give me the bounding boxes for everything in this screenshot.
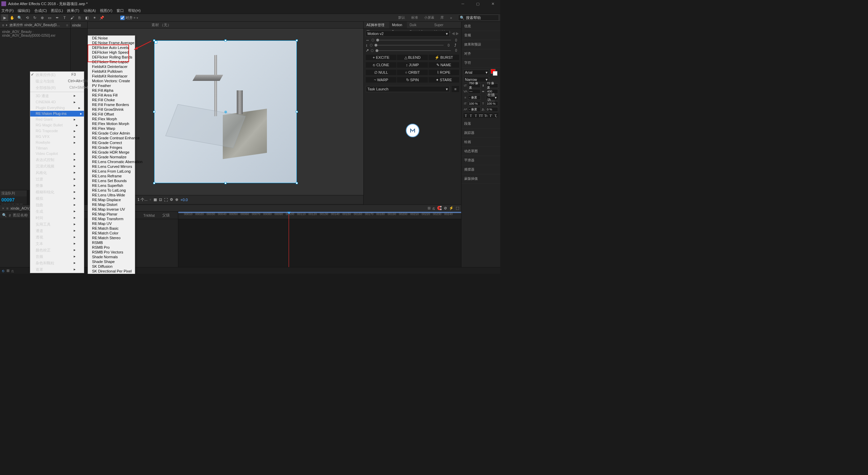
motion-blend-button[interactable]: △BLEND: [397, 55, 428, 60]
plugin-menu-item[interactable]: DEFlicker Auto Levels: [88, 45, 135, 50]
menu-item[interactable]: 音频▸: [30, 253, 84, 260]
plugin-menu-item[interactable]: RE:Map Transform: [88, 216, 135, 221]
anchor-tool-icon[interactable]: ⊕: [39, 14, 46, 21]
orbit-tool-icon[interactable]: ⟲: [24, 14, 31, 21]
plugin-menu-item[interactable]: FieldsKit Reinterlacer: [88, 74, 135, 78]
anchor-point-icon[interactable]: ⊕: [224, 110, 227, 114]
plugin-menu-item[interactable]: DE:Noise Frame Average: [88, 40, 135, 45]
workspace-standard[interactable]: 标准: [411, 15, 418, 20]
motion-name-button[interactable]: ✎NAME: [429, 62, 459, 68]
menu-item[interactable]: 时间▸: [30, 215, 84, 221]
plugin-menu-item[interactable]: RE:Map Displace: [88, 197, 135, 202]
text-style-button[interactable]: T,: [493, 113, 498, 118]
slider-toggle[interactable]: [372, 39, 374, 41]
ease-curve-icon[interactable]: ⤴: [454, 43, 459, 47]
font-family-dropdown[interactable]: Arial▾: [464, 70, 489, 75]
menu-item[interactable]: Rowbyte▸: [30, 140, 84, 145]
slider-toggle[interactable]: [370, 44, 373, 47]
menu-animation[interactable]: 动画(A): [84, 8, 96, 13]
menu-item[interactable]: RG VFX▸: [30, 134, 84, 140]
menu-item[interactable]: 抠像▸: [30, 182, 84, 189]
plugin-menu-item[interactable]: RE:Map Planar: [88, 212, 135, 216]
view-icon[interactable]: ⛶: [164, 198, 168, 202]
plugin-menu-item[interactable]: RE:Fill GrowShrink: [88, 107, 135, 112]
disclosure-icon[interactable]: [6, 24, 7, 26]
menu-item[interactable]: Video Copilot▸: [30, 151, 84, 157]
view-icon[interactable]: ⊡: [159, 197, 162, 202]
menu-item[interactable]: RG Trapcode▸: [30, 128, 84, 134]
plugin-menu-item[interactable]: RE:Match Color: [88, 231, 135, 235]
playhead-indicator[interactable]: [289, 212, 289, 219]
task-launch-dropdown[interactable]: Task Launch▾: [366, 86, 450, 92]
motion-excite-button[interactable]: +EXCITE: [366, 55, 396, 60]
plugin-menu-item[interactable]: RE:Grade Correct: [88, 140, 135, 145]
plugin-menu-item[interactable]: Shade Shape: [88, 259, 135, 264]
menu-item[interactable]: 生成▸: [30, 208, 84, 215]
motion-preset-dropdown[interactable]: Motion v2▾: [366, 31, 450, 37]
slider-3[interactable]: [376, 50, 451, 51]
timeline-icon[interactable]: ⎌: [433, 206, 435, 210]
plugin-menu-item[interactable]: RE:Flex Morph: [88, 117, 135, 121]
vscale-input[interactable]: 100 %: [468, 101, 480, 106]
workspace-more-icon[interactable]: »: [450, 16, 452, 20]
menu-item[interactable]: 沉浸式视频▸: [30, 163, 84, 170]
timeline-icon[interactable]: 🧲: [437, 206, 442, 210]
menu-item[interactable]: 文本▸: [30, 241, 84, 247]
plugin-menu-item[interactable]: RE:Lens Chromatic Aberration: [88, 159, 135, 164]
plugin-menu-item[interactable]: DE:Noise: [88, 36, 135, 40]
menu-help[interactable]: 帮助(H): [128, 8, 141, 13]
timeline-icon[interactable]: ⚡: [449, 206, 454, 210]
menu-item[interactable]: CINEMA 4D▸: [30, 99, 84, 105]
menu-item[interactable]: 颜色校正▸: [30, 247, 84, 253]
plugin-menu-item[interactable]: DEFlicker High Speed: [88, 50, 135, 55]
text-style-button[interactable]: TT: [478, 113, 483, 118]
text-tool-icon[interactable]: T: [61, 14, 68, 21]
menu-item[interactable]: Red Giant▸: [30, 117, 84, 122]
snap-icon[interactable]: ⌖ ▾: [133, 16, 138, 20]
kerning-input[interactable]: —: [468, 89, 481, 94]
menu-item[interactable]: 实用工具▸: [30, 221, 84, 228]
wiggler-panel-header[interactable]: 摇摆器: [462, 165, 500, 174]
panel-menu-icon[interactable]: ≡: [2, 23, 4, 27]
plugin-menu-item[interactable]: RSMB: [88, 240, 135, 245]
hscale-input[interactable]: 100 %: [486, 101, 498, 106]
workspace-library[interactable]: 库: [440, 15, 444, 20]
text-style-button[interactable]: T: [464, 113, 468, 118]
audio-panel-header[interactable]: 音频: [462, 31, 500, 40]
tab-close-icon[interactable]: ≡: [66, 23, 68, 27]
slider-2[interactable]: [375, 45, 444, 46]
motion-spin-button[interactable]: ↻SPIN: [397, 77, 428, 83]
menu-view[interactable]: 视图(V): [100, 8, 112, 13]
exposure-value[interactable]: +0.0: [180, 198, 188, 202]
motion-sketch-header[interactable]: 动态草图: [462, 147, 500, 156]
duik-tab[interactable]: Duik Bassel.J: [407, 22, 432, 28]
menu-item[interactable]: 吸尘与划痕Ctrl+Alt+Shift+E: [30, 78, 84, 85]
plugin-menu-item[interactable]: SK Directional Per Pixel: [88, 269, 135, 274]
clone-tool-icon[interactable]: ⎘: [76, 14, 83, 21]
plugin-menu-item[interactable]: RE:Grade Normalize: [88, 155, 135, 159]
menu-layer[interactable]: 图层(L): [51, 8, 63, 13]
tracker-panel-header[interactable]: 跟踪器: [462, 128, 500, 138]
plugin-menu-item[interactable]: RE:Match Stereo: [88, 235, 135, 240]
plugin-menu-item[interactable]: RE:Lens Ultra-Wide: [88, 193, 135, 197]
project-tab[interactable]: xinde: [71, 22, 87, 29]
view-icon[interactable]: ⚙: [170, 197, 173, 202]
plugin-menu-item[interactable]: DEFlicker Rolling Bands: [88, 55, 135, 59]
eraser-tool-icon[interactable]: ◧: [84, 14, 90, 21]
status-icon[interactable]: ⊞: [6, 268, 10, 273]
menu-item[interactable]: RE:Vision Plug-ins▸: [30, 111, 84, 117]
info-panel-header[interactable]: 信息: [462, 22, 500, 31]
motion-rope-button[interactable]: ⌇ROPE: [429, 70, 459, 75]
status-icon[interactable]: ⎌: [12, 269, 14, 273]
panel-menu-icon[interactable]: ≡: [6, 206, 8, 210]
plugin-menu-item[interactable]: RSMB Pro: [88, 245, 135, 250]
motion2-tab[interactable]: Motion 2: [389, 22, 407, 28]
workspace-small[interactable]: 小屏幕: [424, 15, 434, 20]
menu-item[interactable]: 效果控件(E)✓F3: [30, 72, 84, 78]
menu-item[interactable]: 过渡▸: [30, 176, 84, 182]
menu-item[interactable]: 杂色和颗粒▸: [30, 260, 84, 266]
character-panel-header[interactable]: 字符: [462, 58, 500, 68]
plugin-menu-item[interactable]: Shade Normals: [88, 254, 135, 259]
plugin-menu-item[interactable]: RE:Lens Reframe: [88, 174, 135, 178]
text-style-button[interactable]: T': [489, 113, 493, 118]
